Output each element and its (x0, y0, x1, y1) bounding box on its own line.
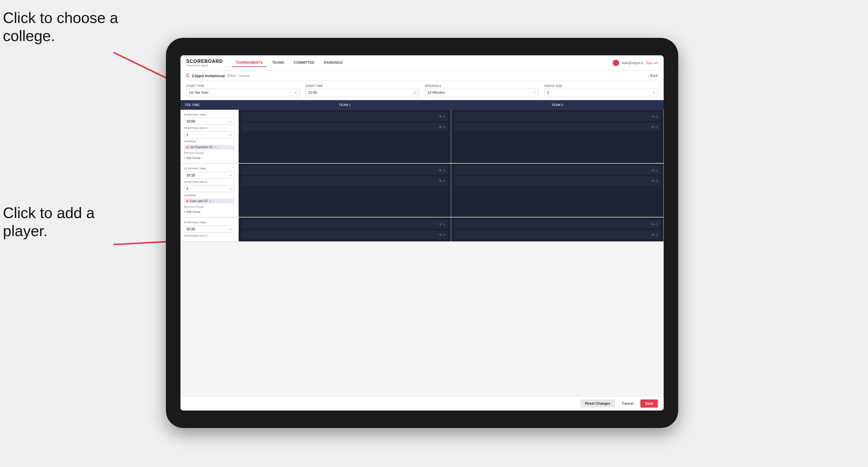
time-spinner-2: ▲▼ (228, 175, 232, 177)
remove-player-icon[interactable]: ✕ (651, 179, 654, 183)
nav-tab-rankings[interactable]: RANKINGS (320, 59, 347, 67)
group-size-select[interactable]: 3 ▼ (544, 89, 658, 96)
header-right: blair@clippd.io Sign out (613, 60, 658, 66)
team1-cell-2: ✕ ◇ ✕ ◇ (239, 164, 451, 217)
remove-player-icon[interactable]: ✕ (439, 179, 441, 183)
expand-icon[interactable]: ◇ (218, 146, 220, 149)
expand-player-icon[interactable]: ◇ (443, 222, 445, 226)
expand-icon-2[interactable]: ◇ (213, 199, 215, 203)
gender-badge: (Men) (227, 74, 236, 78)
expand-player-icon[interactable]: ◇ (655, 222, 657, 226)
remove-player-icon[interactable]: ✕ (651, 222, 654, 226)
tablet-frame: SCOREBOARD Powered by clippd TOURNAMENTS… (166, 38, 678, 428)
expand-player-icon[interactable]: ◇ (443, 179, 445, 183)
th-team1: Team 1 (239, 100, 451, 110)
start-type-label: Start Type (186, 85, 300, 88)
building-icon-2: 🏛 (186, 199, 189, 203)
expand-player-icon[interactable]: ◇ (443, 233, 445, 237)
groups-scroll: STARTING TIME: 10:00 ▲▼ STARTING HOLE: 1… (181, 110, 664, 396)
expand-player-icon[interactable]: ◇ (443, 115, 445, 119)
nav-tab-teams[interactable]: TEAMS (268, 59, 288, 67)
expand-player-icon[interactable]: ◇ (655, 168, 657, 173)
player-slot[interactable]: ✕ ◇ (454, 166, 660, 175)
time-spinner-3: ▲▼ (228, 228, 232, 230)
expand-player-icon[interactable]: ◇ (443, 168, 445, 173)
player-slot[interactable]: ✕ ◇ (242, 230, 448, 239)
start-time-label: Start Time (306, 85, 419, 88)
remove-group-link-1[interactable]: Remove Group (184, 151, 235, 155)
starting-time-input-1[interactable]: 10:00 ▲▼ (184, 118, 235, 125)
expand-player-icon[interactable]: ◇ (655, 179, 657, 183)
player-slot[interactable]: ✕ ◇ (454, 123, 660, 131)
reset-changes-button[interactable]: Reset Changes (581, 400, 615, 408)
expand-player-icon[interactable]: ◇ (655, 125, 657, 129)
player-slot[interactable]: ✕ ◇ (454, 230, 660, 239)
th-tee-time: Tee Time (181, 100, 239, 110)
hole-spinner-1: ▲▼ (228, 134, 232, 136)
starting-hole-label-2: STARTING HOLE: (184, 181, 235, 183)
starting-hole-input-1[interactable]: 1 ▲▼ (184, 131, 235, 138)
remove-player-icon[interactable]: ✕ (651, 115, 654, 119)
remove-group-link-2[interactable]: Remove Group (184, 205, 235, 209)
start-type-group: Start Type 1st Tee Start ▼ (186, 85, 300, 96)
remove-player-icon[interactable]: ✕ (439, 233, 441, 237)
remove-player-icon[interactable]: ✕ (651, 233, 654, 237)
team1-cell-3: ✕ ◇ ✕ ◇ (239, 217, 451, 241)
building-icon: 🏛 (186, 146, 189, 149)
starting-time-input-3[interactable]: 10:20 ▲▼ (184, 226, 235, 232)
remove-player-icon[interactable]: ✕ (651, 168, 654, 173)
chevron-down-icon: ▼ (294, 91, 297, 94)
group-left-3: STARTING TIME: 10:20 ▲▼ STARTING HOLE: (181, 217, 239, 241)
player-slot[interactable]: ✕ ◇ (242, 123, 448, 131)
add-group-link-2[interactable]: + Add Group (184, 210, 235, 213)
sign-out-link[interactable]: Sign out (646, 61, 658, 65)
remove-course-icon[interactable]: ✕ (214, 146, 217, 149)
group-size-label: Group Size (544, 85, 658, 88)
intervals-select[interactable]: 10 Minutes ⓘ (425, 89, 538, 96)
annotation-add-player: Click to add a player. (3, 204, 114, 240)
remove-player-icon[interactable]: ✕ (651, 125, 654, 129)
player-slot[interactable]: ✕ ◇ (454, 112, 660, 121)
starting-time-label-1: STARTING TIME: (184, 113, 235, 116)
course-tag-1[interactable]: 🏛 (A) Peachtree GC ✕ ◇ (184, 145, 235, 150)
remove-player-icon[interactable]: ✕ (439, 222, 441, 226)
player-slot[interactable]: ✕ ◇ (454, 177, 660, 185)
player-slot[interactable]: ✕ ◇ (454, 220, 660, 228)
remove-course-icon-2[interactable]: ✕ (209, 199, 212, 203)
hole-spinner-2: ▲▼ (228, 188, 232, 190)
start-type-select[interactable]: 1st Tee Start ▼ (186, 89, 300, 96)
expand-player-icon[interactable]: ◇ (655, 233, 657, 237)
remove-player-icon[interactable]: ✕ (439, 125, 441, 129)
hosting-badge: Hosting (239, 74, 249, 77)
remove-player-icon[interactable]: ✕ (439, 168, 441, 173)
expand-player-icon[interactable]: ◇ (443, 125, 445, 129)
intervals-label: Intervals (425, 85, 538, 88)
logo-title: SCOREBOARD (186, 59, 223, 64)
logo-sub: Powered by clippd (186, 64, 223, 67)
starting-hole-input-2[interactable]: 1 ▲▼ (184, 185, 235, 192)
user-avatar (613, 60, 619, 66)
player-slot[interactable]: ✕ ◇ (242, 166, 448, 175)
group-size-group: Group Size 3 ▼ (544, 85, 658, 96)
player-slot[interactable]: ✕ ◇ (242, 177, 448, 185)
nav-tab-tournaments[interactable]: TOURNAMENTS (232, 59, 267, 67)
player-slot[interactable]: ✕ ◇ (242, 112, 448, 121)
remove-player-icon[interactable]: ✕ (439, 115, 441, 119)
chevron-down-icon-2: ▼ (652, 91, 655, 94)
start-time-select[interactable]: 10:00 🕐 (306, 89, 419, 96)
nav-tab-committee[interactable]: COMMITTEE (290, 59, 319, 67)
add-group-link-1[interactable]: + Add Group (184, 156, 235, 160)
c-logo: C (186, 73, 190, 78)
player-slot[interactable]: ✕ ◇ (242, 220, 448, 228)
expand-player-icon[interactable]: ◇ (655, 115, 657, 119)
save-button[interactable]: Save (640, 400, 658, 408)
back-link[interactable]: ‹ Back (648, 74, 658, 78)
annotation-choose-college: Click to choose a college. (3, 9, 119, 45)
content-area: Start Type 1st Tee Start ▼ Start Time 10… (181, 81, 664, 410)
time-spinner-1: ▲▼ (228, 121, 232, 123)
starting-time-input-2[interactable]: 10:10 ▲▼ (184, 172, 235, 179)
cancel-button[interactable]: Cancel (617, 400, 638, 408)
group-row: STARTING TIME: 10:10 ▲▼ STARTING HOLE: 1… (181, 164, 664, 217)
course-tag-2[interactable]: 🏛 East Lake GC ✕ ◇ (184, 198, 235, 204)
app-header: SCOREBOARD Powered by clippd TOURNAMENTS… (181, 55, 664, 71)
